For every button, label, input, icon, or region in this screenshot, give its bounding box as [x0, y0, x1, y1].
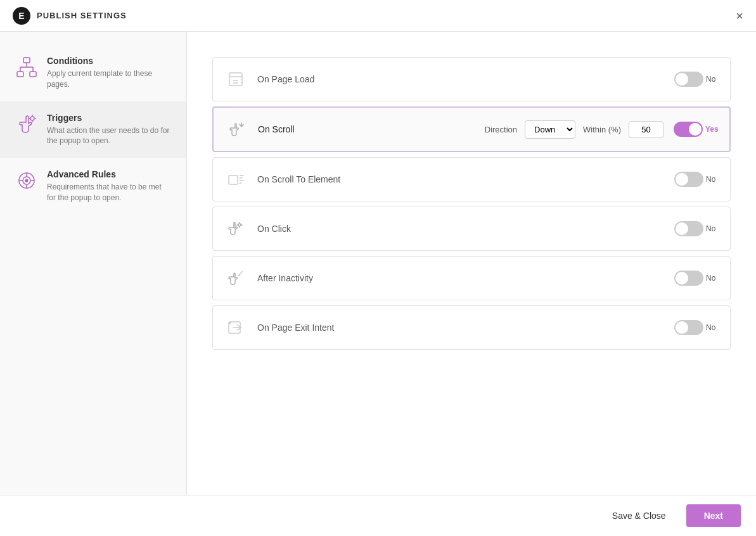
within-label: Within (%): [583, 125, 621, 134]
sidebar-item-triggers[interactable]: Triggers What action the user needs to d…: [0, 101, 186, 158]
advanced-rules-description: Requirements that have to be met for the…: [47, 182, 171, 203]
svg-rect-1: [17, 72, 23, 77]
on-page-load-toggle-text: No: [706, 75, 720, 84]
svg-rect-0: [23, 58, 30, 63]
conditions-text: Conditions Apply current template to the…: [47, 56, 171, 90]
header-logo: E: [13, 7, 30, 25]
triggers-label: Triggers: [47, 113, 171, 123]
on-page-load-icon: [223, 67, 248, 92]
after-inactivity-toggle[interactable]: No: [674, 271, 720, 286]
on-click-toggle[interactable]: No: [674, 221, 720, 236]
advanced-rules-icon: [15, 169, 38, 192]
on-scroll-icon: [224, 117, 249, 142]
triggers-icon: [15, 113, 38, 136]
on-scroll-toggle[interactable]: Yes: [674, 122, 719, 137]
svg-rect-23: [229, 175, 238, 184]
save-close-button[interactable]: Save & Close: [599, 504, 679, 527]
direction-label: Direction: [485, 125, 517, 134]
header-title: PUBLISH SETTINGS: [37, 11, 127, 20]
main-content: Conditions Apply current template to the…: [0, 32, 756, 495]
conditions-icon: [15, 56, 38, 79]
conditions-description: Apply current template to these pages.: [47, 68, 171, 90]
on-click-toggle-text: No: [706, 224, 720, 233]
close-button[interactable]: ×: [736, 10, 743, 22]
after-inactivity-toggle-text: No: [706, 274, 720, 283]
triggers-text: Triggers What action the user needs to d…: [47, 113, 171, 147]
advanced-rules-label: Advanced Rules: [47, 169, 171, 179]
after-inactivity-label: After Inactivity: [257, 273, 664, 283]
header-left: E PUBLISH SETTINGS: [13, 7, 127, 25]
scroll-controls: Direction Down Up Within (%): [485, 120, 663, 139]
sidebar-item-conditions[interactable]: Conditions Apply current template to the…: [0, 44, 186, 101]
on-scroll-to-element-icon: [223, 167, 248, 192]
on-page-exit-intent-icon: [223, 315, 248, 340]
on-page-load-toggle[interactable]: No: [674, 72, 720, 87]
within-input[interactable]: [629, 121, 663, 138]
on-page-exit-intent-toggle[interactable]: No: [674, 320, 720, 335]
sidebar: Conditions Apply current template to the…: [0, 32, 187, 495]
svg-rect-2: [30, 72, 36, 77]
trigger-row-on-page-exit-intent: On Page Exit Intent No: [212, 305, 731, 350]
on-scroll-to-element-toggle-text: No: [706, 175, 720, 184]
next-button[interactable]: Next: [686, 504, 741, 527]
conditions-label: Conditions: [47, 56, 171, 66]
svg-point-28: [238, 224, 241, 226]
on-scroll-toggle-text: Yes: [705, 125, 719, 134]
sidebar-item-advanced-rules[interactable]: Advanced Rules Requirements that have to…: [0, 158, 186, 215]
trigger-row-on-scroll-to-element: On Scroll To Element No: [212, 157, 731, 201]
on-page-exit-intent-toggle-text: No: [706, 323, 720, 332]
header: E PUBLISH SETTINGS ×: [0, 0, 756, 32]
trigger-row-after-inactivity: z z z After Inactivity No: [212, 256, 731, 300]
svg-point-7: [30, 117, 34, 120]
on-click-icon: [223, 216, 248, 241]
content-area: On Page Load No On Scroll Direction: [187, 32, 756, 495]
svg-text:z: z: [241, 270, 243, 273]
svg-rect-19: [229, 73, 242, 86]
footer: Save & Close Next: [0, 495, 756, 536]
advanced-rules-text: Advanced Rules Requirements that have to…: [47, 169, 171, 203]
svg-point-18: [25, 179, 29, 182]
after-inactivity-icon: z z z: [223, 265, 248, 291]
trigger-row-on-click: On Click No: [212, 207, 731, 251]
on-scroll-to-element-toggle[interactable]: No: [674, 172, 720, 187]
on-page-exit-intent-label: On Page Exit Intent: [257, 322, 664, 333]
on-scroll-label: On Scroll: [258, 124, 478, 134]
triggers-description: What action the user needs to do for the…: [47, 125, 171, 147]
on-scroll-to-element-label: On Scroll To Element: [257, 174, 664, 184]
direction-select[interactable]: Down Up: [525, 120, 575, 139]
trigger-row-on-scroll: On Scroll Direction Down Up Within (%) Y…: [212, 106, 731, 152]
trigger-row-on-page-load: On Page Load No: [212, 57, 731, 101]
on-click-label: On Click: [257, 224, 664, 234]
on-page-load-label: On Page Load: [257, 74, 664, 84]
